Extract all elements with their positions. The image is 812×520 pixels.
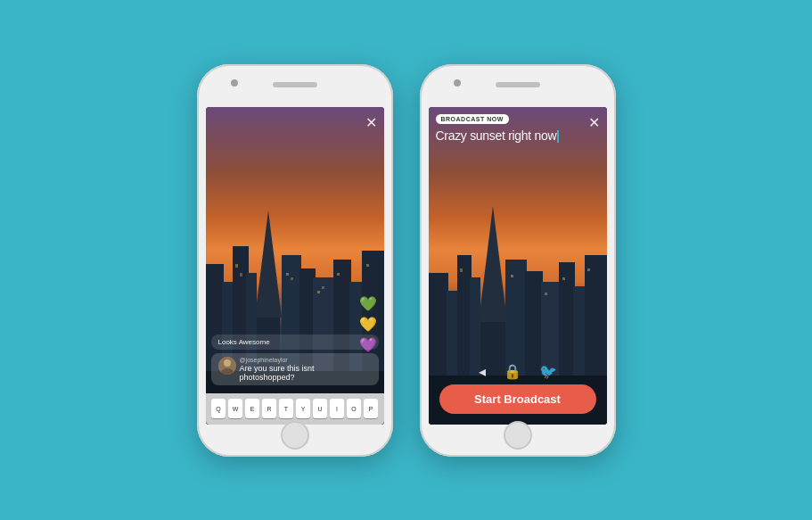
phone-2-speaker xyxy=(496,82,540,87)
key-i[interactable]: I xyxy=(330,399,344,418)
svg-rect-40 xyxy=(562,277,565,280)
chat-bubble-2: @josephinetaylor Are you sure this isnt … xyxy=(211,353,379,385)
key-r[interactable]: R xyxy=(262,399,276,418)
svg-rect-39 xyxy=(545,293,547,295)
key-u[interactable]: U xyxy=(313,399,327,418)
key-p[interactable]: P xyxy=(364,399,378,418)
phone-2: BROADCAST NOW ✕ Crazy sunset right now ◂… xyxy=(420,64,616,457)
lock-icon[interactable]: 🔒 xyxy=(504,363,521,380)
svg-rect-37 xyxy=(460,268,463,272)
chat-text-1: Looks Awesome xyxy=(218,338,270,346)
svg-marker-28 xyxy=(479,206,507,322)
phone-2-home-button[interactable] xyxy=(504,421,532,450)
chat-text-wrap-2: @josephinetaylor Are you sure this isnt … xyxy=(240,357,372,382)
svg-rect-38 xyxy=(511,275,513,277)
key-e[interactable]: E xyxy=(245,399,259,418)
chat-bubble-1: Looks Awesome xyxy=(211,334,379,350)
location-icon[interactable]: ◂ xyxy=(479,363,486,380)
text-cursor xyxy=(557,130,559,143)
chat-username-2: @josephinetaylor xyxy=(240,357,372,363)
phone-1-home-button[interactable] xyxy=(281,421,309,450)
key-w[interactable]: W xyxy=(228,399,242,418)
heart-green: 💚 xyxy=(359,295,377,312)
close-button-2[interactable]: ✕ xyxy=(588,114,600,131)
close-button-1[interactable]: ✕ xyxy=(365,114,377,131)
keyboard-hint: Q W E R T Y U I O P xyxy=(206,393,384,425)
chat-message-2: Are you sure this isnt photoshopped? xyxy=(240,364,372,382)
svg-rect-41 xyxy=(587,268,590,271)
chat-overlay: Looks Awesome @josephinetaylor xyxy=(206,334,384,389)
phone-1: ✕ 💚 💛 💜 Looks Awesome xyxy=(197,64,393,457)
broadcast-tag: BROADCAST NOW xyxy=(436,114,509,124)
key-q[interactable]: Q xyxy=(211,399,226,418)
broadcast-title-text: Crazy sunset right now xyxy=(436,128,557,143)
phones-container: ✕ 💚 💛 💜 Looks Awesome xyxy=(0,0,812,520)
start-broadcast-button[interactable]: Start Broadcast xyxy=(439,384,596,414)
key-o[interactable]: O xyxy=(347,399,361,418)
phone-2-screen: BROADCAST NOW ✕ Crazy sunset right now ◂… xyxy=(429,107,607,425)
key-y[interactable]: Y xyxy=(296,399,310,418)
broadcast-title: Crazy sunset right now xyxy=(436,128,582,143)
key-t[interactable]: T xyxy=(279,399,293,418)
twitter-icon[interactable]: 🐦 xyxy=(539,363,557,380)
phone-1-camera xyxy=(231,79,238,87)
phone-1-content: ✕ 💚 💛 💜 Looks Awesome xyxy=(206,107,384,425)
heart-gold: 💛 xyxy=(359,316,377,333)
phone-1-speaker xyxy=(273,82,317,87)
phone-1-screen: ✕ 💚 💛 💜 Looks Awesome xyxy=(206,107,384,425)
phone-2-camera xyxy=(454,79,461,87)
broadcast-icons: ◂ 🔒 🐦 xyxy=(429,363,607,380)
svg-point-22 xyxy=(224,359,231,367)
user-avatar xyxy=(218,357,236,375)
